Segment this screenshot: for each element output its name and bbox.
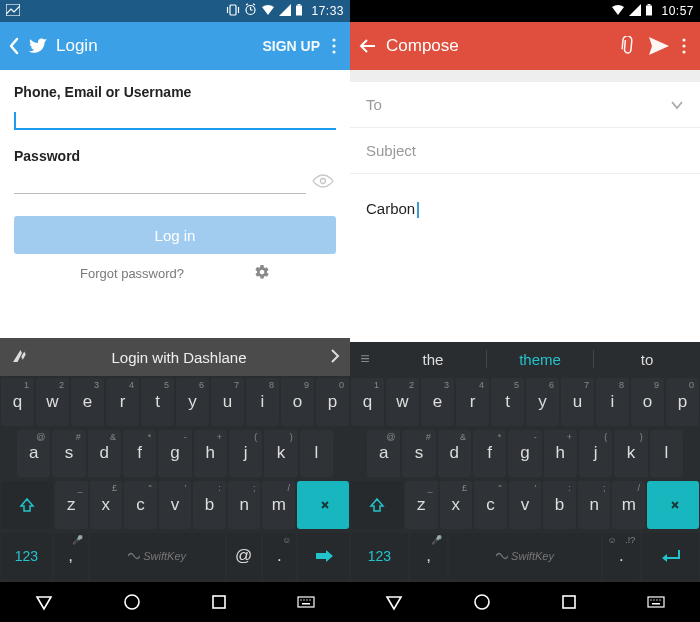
nav-back-button[interactable] [385, 593, 403, 611]
key-a[interactable]: a@ [17, 430, 50, 478]
key-e[interactable]: e3 [421, 378, 454, 426]
numbers-key[interactable]: 123 [351, 533, 408, 581]
key-h[interactable]: h+ [544, 430, 577, 478]
numbers-key[interactable]: 123 [1, 533, 52, 581]
key-c[interactable]: c" [474, 481, 507, 529]
back-button[interactable] [358, 36, 378, 56]
key-k[interactable]: k) [264, 430, 297, 478]
at-key[interactable]: @ [227, 533, 261, 581]
settings-gear-icon[interactable] [254, 264, 270, 283]
key-z[interactable]: z_ [55, 481, 88, 529]
key-t[interactable]: t5 [491, 378, 524, 426]
key-w[interactable]: w2 [36, 378, 69, 426]
suggestion-3[interactable]: to [594, 351, 700, 368]
key-x[interactable]: x£ [90, 481, 123, 529]
key-k[interactable]: k) [614, 430, 647, 478]
comma-key[interactable]: ,🎤 [54, 533, 88, 581]
key-i[interactable]: i8 [246, 378, 279, 426]
backspace-key[interactable] [297, 481, 349, 529]
attach-button[interactable] [610, 36, 642, 56]
key-o[interactable]: o9 [281, 378, 314, 426]
key-j[interactable]: j( [579, 430, 612, 478]
signup-button[interactable]: SIGN UP [256, 38, 326, 54]
forgot-password-link[interactable]: Forgot password? [80, 266, 184, 281]
soft-keyboard[interactable]: q1w2e3r4t5y6u7i8o9p0 a@s#d&f*g-h+j(k)l z… [0, 376, 350, 582]
key-d[interactable]: d& [88, 430, 121, 478]
compose-body[interactable]: Carbon [350, 174, 700, 218]
key-u[interactable]: u7 [561, 378, 594, 426]
key-s[interactable]: s# [402, 430, 435, 478]
subject-field[interactable]: Subject [350, 128, 700, 174]
show-password-icon[interactable] [306, 174, 336, 194]
nav-ime-button[interactable] [297, 596, 315, 608]
key-a[interactable]: a@ [367, 430, 400, 478]
key-t[interactable]: t5 [141, 378, 174, 426]
key-r[interactable]: r4 [456, 378, 489, 426]
key-p[interactable]: p0 [666, 378, 699, 426]
key-l[interactable]: l [300, 430, 333, 478]
from-collapsed-field[interactable] [350, 70, 700, 82]
key-v[interactable]: v' [159, 481, 192, 529]
back-button[interactable] [8, 37, 20, 55]
key-w[interactable]: w2 [386, 378, 419, 426]
period-key[interactable]: .☺ [263, 533, 297, 581]
space-key[interactable]: SwiftKey [90, 533, 225, 581]
key-d[interactable]: d& [438, 430, 471, 478]
key-o[interactable]: o9 [631, 378, 664, 426]
expand-recipients-icon[interactable] [670, 96, 684, 113]
identifier-input[interactable] [14, 110, 336, 130]
nav-home-button[interactable] [473, 593, 491, 611]
period-key[interactable]: ..!?☺ [603, 533, 641, 581]
to-field[interactable]: To [350, 82, 700, 128]
go-key[interactable] [298, 533, 349, 581]
nav-ime-button[interactable] [647, 596, 665, 608]
key-j[interactable]: j( [229, 430, 262, 478]
shift-key[interactable] [1, 481, 53, 529]
key-f[interactable]: f* [123, 430, 156, 478]
dashlane-bar[interactable]: Login with Dashlane [0, 338, 350, 376]
key-i[interactable]: i8 [596, 378, 629, 426]
key-m[interactable]: m/ [262, 481, 295, 529]
key-x[interactable]: x£ [440, 481, 473, 529]
key-y[interactable]: y6 [176, 378, 209, 426]
space-key[interactable]: SwiftKey [449, 533, 600, 581]
key-z[interactable]: z_ [405, 481, 438, 529]
key-b[interactable]: b: [193, 481, 226, 529]
key-l[interactable]: l [650, 430, 683, 478]
key-p[interactable]: p0 [316, 378, 349, 426]
overflow-menu-icon[interactable] [326, 38, 342, 54]
key-s[interactable]: s# [52, 430, 85, 478]
key-q[interactable]: q1 [351, 378, 384, 426]
key-h[interactable]: h+ [194, 430, 227, 478]
soft-keyboard[interactable]: ≡ the theme to q1w2e3r4t5y6u7i8o9p0 a@s#… [350, 342, 700, 582]
password-input[interactable] [14, 174, 306, 194]
overflow-menu-icon[interactable] [676, 38, 692, 54]
comma-key[interactable]: ,🎤 [410, 533, 448, 581]
key-q[interactable]: q1 [1, 378, 34, 426]
key-m[interactable]: m/ [612, 481, 645, 529]
key-b[interactable]: b: [543, 481, 576, 529]
key-c[interactable]: c" [124, 481, 157, 529]
nav-back-button[interactable] [35, 593, 53, 611]
enter-key[interactable] [642, 533, 699, 581]
send-button[interactable] [642, 36, 676, 56]
shift-key[interactable] [351, 481, 403, 529]
backspace-key[interactable] [647, 481, 699, 529]
suggestion-1[interactable]: the [380, 351, 486, 368]
nav-home-button[interactable] [123, 593, 141, 611]
key-u[interactable]: u7 [211, 378, 244, 426]
nav-recents-button[interactable] [211, 594, 227, 610]
key-g[interactable]: g- [508, 430, 541, 478]
key-v[interactable]: v' [509, 481, 542, 529]
login-button[interactable]: Log in [14, 216, 336, 254]
suggestion-2[interactable]: theme [487, 351, 593, 368]
key-n[interactable]: n; [578, 481, 611, 529]
key-y[interactable]: y6 [526, 378, 559, 426]
key-e[interactable]: e3 [71, 378, 104, 426]
key-n[interactable]: n; [228, 481, 261, 529]
key-f[interactable]: f* [473, 430, 506, 478]
key-r[interactable]: r4 [106, 378, 139, 426]
nav-recents-button[interactable] [561, 594, 577, 610]
key-g[interactable]: g- [158, 430, 191, 478]
hamburger-icon[interactable]: ≡ [350, 350, 380, 368]
